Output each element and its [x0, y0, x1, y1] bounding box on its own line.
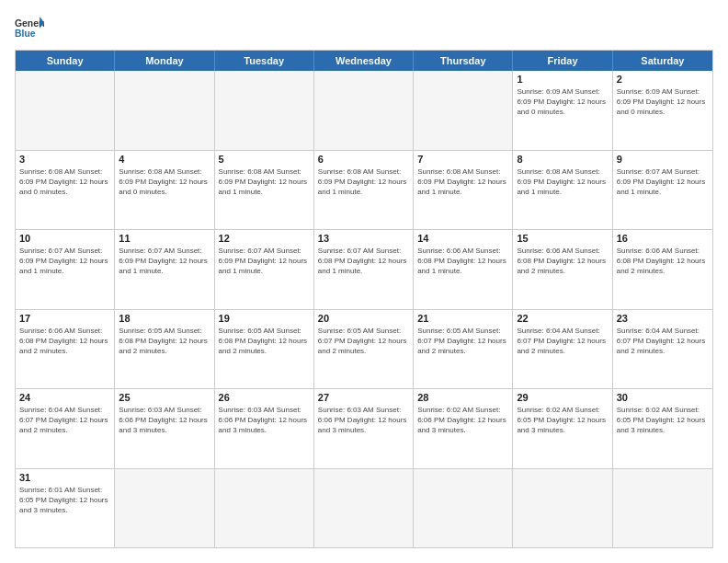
day-cell-3: 3Sunrise: 6:08 AM Sunset: 6:09 PM Daylig…: [16, 151, 115, 230]
empty-cell: [215, 71, 314, 150]
day-info: Sunrise: 6:08 AM Sunset: 6:09 PM Dayligh…: [19, 167, 110, 198]
empty-cell: [115, 469, 214, 548]
day-number: 6: [318, 154, 409, 165]
empty-cell: [414, 71, 513, 150]
day-cell-2: 2Sunrise: 6:09 AM Sunset: 6:09 PM Daylig…: [613, 71, 712, 150]
day-info: Sunrise: 6:07 AM Sunset: 6:09 PM Dayligh…: [119, 246, 210, 277]
day-info: Sunrise: 6:08 AM Sunset: 6:09 PM Dayligh…: [517, 167, 608, 198]
day-cell-7: 7Sunrise: 6:08 AM Sunset: 6:09 PM Daylig…: [414, 151, 513, 230]
day-number: 15: [517, 233, 608, 244]
day-header-monday: Monday: [115, 51, 214, 71]
day-number: 26: [219, 392, 310, 403]
empty-cell: [115, 71, 214, 150]
day-info: Sunrise: 6:02 AM Sunset: 6:05 PM Dayligh…: [517, 405, 608, 436]
day-cell-17: 17Sunrise: 6:06 AM Sunset: 6:08 PM Dayli…: [16, 310, 115, 389]
day-info: Sunrise: 6:07 AM Sunset: 6:08 PM Dayligh…: [318, 246, 409, 277]
day-number: 9: [617, 154, 709, 165]
day-number: 25: [119, 392, 210, 403]
empty-cell: [513, 469, 612, 548]
day-cell-24: 24Sunrise: 6:04 AM Sunset: 6:07 PM Dayli…: [16, 389, 115, 468]
logo: General Blue: [15, 15, 44, 40]
day-cell-30: 30Sunrise: 6:02 AM Sunset: 6:05 PM Dayli…: [613, 389, 712, 468]
day-number: 1: [517, 74, 608, 85]
day-cell-26: 26Sunrise: 6:03 AM Sunset: 6:06 PM Dayli…: [215, 389, 314, 468]
calendar-row-0: 1Sunrise: 6:09 AM Sunset: 6:09 PM Daylig…: [16, 71, 712, 151]
day-cell-8: 8Sunrise: 6:08 AM Sunset: 6:09 PM Daylig…: [513, 151, 612, 230]
day-info: Sunrise: 6:05 AM Sunset: 6:08 PM Dayligh…: [119, 326, 210, 357]
day-info: Sunrise: 6:08 AM Sunset: 6:09 PM Dayligh…: [318, 167, 409, 198]
day-cell-1: 1Sunrise: 6:09 AM Sunset: 6:09 PM Daylig…: [513, 71, 612, 150]
day-info: Sunrise: 6:07 AM Sunset: 6:09 PM Dayligh…: [219, 246, 310, 277]
day-cell-20: 20Sunrise: 6:05 AM Sunset: 6:07 PM Dayli…: [314, 310, 414, 389]
day-number: 16: [617, 233, 709, 244]
day-cell-31: 31Sunrise: 6:01 AM Sunset: 6:05 PM Dayli…: [16, 469, 115, 548]
calendar-grid: SundayMondayTuesdayWednesdayThursdayFrid…: [15, 50, 713, 548]
day-number: 18: [119, 313, 210, 324]
day-number: 21: [417, 313, 508, 324]
day-cell-10: 10Sunrise: 6:07 AM Sunset: 6:09 PM Dayli…: [16, 230, 115, 309]
empty-cell: [16, 71, 115, 150]
day-cell-6: 6Sunrise: 6:08 AM Sunset: 6:09 PM Daylig…: [314, 151, 414, 230]
day-cell-4: 4Sunrise: 6:08 AM Sunset: 6:09 PM Daylig…: [115, 151, 214, 230]
day-header-sunday: Sunday: [16, 51, 115, 71]
day-cell-16: 16Sunrise: 6:06 AM Sunset: 6:08 PM Dayli…: [613, 230, 712, 309]
day-info: Sunrise: 6:04 AM Sunset: 6:07 PM Dayligh…: [617, 326, 709, 357]
day-number: 20: [318, 313, 409, 324]
day-header-saturday: Saturday: [613, 51, 712, 71]
day-info: Sunrise: 6:03 AM Sunset: 6:06 PM Dayligh…: [318, 405, 409, 436]
empty-cell: [314, 469, 414, 548]
day-info: Sunrise: 6:05 AM Sunset: 6:07 PM Dayligh…: [318, 326, 409, 357]
day-info: Sunrise: 6:05 AM Sunset: 6:07 PM Dayligh…: [417, 326, 508, 357]
day-number: 22: [517, 313, 608, 324]
day-cell-5: 5Sunrise: 6:08 AM Sunset: 6:09 PM Daylig…: [215, 151, 314, 230]
day-number: 30: [617, 392, 709, 403]
day-number: 8: [517, 154, 608, 165]
day-info: Sunrise: 6:04 AM Sunset: 6:07 PM Dayligh…: [19, 405, 110, 436]
day-cell-18: 18Sunrise: 6:05 AM Sunset: 6:08 PM Dayli…: [115, 310, 214, 389]
day-cell-15: 15Sunrise: 6:06 AM Sunset: 6:08 PM Dayli…: [513, 230, 612, 309]
day-info: Sunrise: 6:02 AM Sunset: 6:06 PM Dayligh…: [417, 405, 508, 436]
day-cell-13: 13Sunrise: 6:07 AM Sunset: 6:08 PM Dayli…: [314, 230, 414, 309]
day-header-thursday: Thursday: [414, 51, 513, 71]
day-cell-22: 22Sunrise: 6:04 AM Sunset: 6:07 PM Dayli…: [513, 310, 612, 389]
day-number: 14: [417, 233, 508, 244]
day-info: Sunrise: 6:03 AM Sunset: 6:06 PM Dayligh…: [119, 405, 210, 436]
day-info: Sunrise: 6:06 AM Sunset: 6:08 PM Dayligh…: [19, 326, 110, 357]
day-number: 19: [219, 313, 310, 324]
day-number: 2: [617, 74, 709, 85]
day-cell-29: 29Sunrise: 6:02 AM Sunset: 6:05 PM Dayli…: [513, 389, 612, 468]
day-number: 11: [119, 233, 210, 244]
day-number: 10: [19, 233, 110, 244]
calendar-row-5: 31Sunrise: 6:01 AM Sunset: 6:05 PM Dayli…: [16, 469, 712, 548]
day-cell-25: 25Sunrise: 6:03 AM Sunset: 6:06 PM Dayli…: [115, 389, 214, 468]
day-cell-27: 27Sunrise: 6:03 AM Sunset: 6:06 PM Dayli…: [314, 389, 414, 468]
day-number: 17: [19, 313, 110, 324]
day-header-friday: Friday: [513, 51, 612, 71]
calendar-row-1: 3Sunrise: 6:08 AM Sunset: 6:09 PM Daylig…: [16, 151, 712, 231]
day-info: Sunrise: 6:05 AM Sunset: 6:08 PM Dayligh…: [219, 326, 310, 357]
day-info: Sunrise: 6:03 AM Sunset: 6:06 PM Dayligh…: [219, 405, 310, 436]
day-number: 24: [19, 392, 110, 403]
day-header-tuesday: Tuesday: [215, 51, 314, 71]
day-number: 4: [119, 154, 210, 165]
day-number: 28: [417, 392, 508, 403]
day-number: 23: [617, 313, 709, 324]
day-info: Sunrise: 6:06 AM Sunset: 6:08 PM Dayligh…: [617, 246, 709, 277]
calendar-row-2: 10Sunrise: 6:07 AM Sunset: 6:09 PM Dayli…: [16, 230, 712, 310]
day-number: 31: [19, 472, 110, 483]
day-number: 7: [417, 154, 508, 165]
day-number: 3: [19, 154, 110, 165]
day-header-wednesday: Wednesday: [314, 51, 414, 71]
day-number: 27: [318, 392, 409, 403]
day-cell-11: 11Sunrise: 6:07 AM Sunset: 6:09 PM Dayli…: [115, 230, 214, 309]
day-cell-19: 19Sunrise: 6:05 AM Sunset: 6:08 PM Dayli…: [215, 310, 314, 389]
day-info: Sunrise: 6:09 AM Sunset: 6:09 PM Dayligh…: [617, 86, 709, 118]
empty-cell: [314, 71, 414, 150]
calendar-header-row: SundayMondayTuesdayWednesdayThursdayFrid…: [16, 51, 712, 71]
empty-cell: [414, 469, 513, 548]
svg-text:Blue: Blue: [15, 29, 36, 39]
day-number: 12: [219, 233, 310, 244]
page-header: General Blue: [15, 15, 713, 40]
day-cell-12: 12Sunrise: 6:07 AM Sunset: 6:09 PM Dayli…: [215, 230, 314, 309]
day-info: Sunrise: 6:06 AM Sunset: 6:08 PM Dayligh…: [417, 246, 508, 277]
